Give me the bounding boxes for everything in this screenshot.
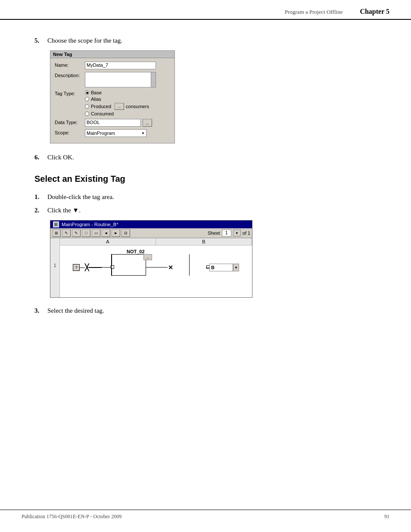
dialog-body: Name: MyData_7 Description: Tag Type: Ba… — [50, 58, 174, 143]
fbd-xio-symbol: ╳ — [85, 264, 89, 271]
dialog-data-type-btn[interactable]: ... — [143, 119, 152, 127]
radio-alias-label: Alias — [91, 96, 101, 102]
toolbar-btn-7[interactable]: ► — [112, 229, 120, 237]
toolbar-btn-4[interactable]: □ — [82, 229, 90, 237]
dialog-tag-type-label: Tag Type: — [55, 90, 85, 96]
sheet-input[interactable]: 1 — [222, 230, 231, 236]
fbd-x-mark: ✕ — [168, 264, 173, 271]
scope-dropdown-arrow[interactable]: ▼ — [141, 131, 145, 135]
radio-alias-row[interactable]: Alias — [85, 96, 149, 102]
step-1-text: Double-click the tag area. — [47, 193, 114, 201]
dialog-desc-label: Description: — [55, 72, 85, 78]
dialog-name-label: Name: — [55, 62, 85, 68]
header-program-title: Program a Project Offline — [285, 9, 342, 16]
dialog-scope-label: Scope: — [55, 129, 85, 135]
fbd-xio-group: ? ╳ — [73, 264, 102, 271]
new-tag-dialog: New Tag Name: MyData_7 Description: Tag … — [50, 50, 175, 143]
consumers-label: consumers — [126, 104, 149, 109]
out-line — [206, 268, 209, 268]
step-3-num: 3. — [34, 307, 44, 314]
toolbar-btn-8[interactable]: ⊟ — [121, 229, 130, 237]
fbd-toolbar: ⊞ ✎ ✎ □ ▭ ◄ ► ⊟ Sheet 1 ▼ of 1 — [50, 228, 252, 238]
fbd-not-label: NOT_02 — [127, 249, 145, 254]
sheet-label: Sheet — [208, 230, 220, 236]
of-label: of 1 — [243, 230, 250, 236]
step-2: 2. Click the ▼. — [34, 207, 377, 214]
step-6-text: Click OK. — [47, 154, 74, 161]
dialog-desc-scrollbar[interactable] — [151, 72, 156, 87]
toolbar-btn-6[interactable]: ◄ — [102, 229, 110, 237]
step-3-text: Select the desired tag. — [47, 307, 104, 314]
radio-consumed-circle[interactable] — [85, 112, 89, 116]
fbd-out-dropdown[interactable]: ▼ — [233, 264, 239, 271]
fbd-window-icon: ⊞ — [53, 221, 59, 227]
dialog-scope-select[interactable]: MainProgram ▼ — [85, 129, 146, 137]
dialog-data-type-label: Data Type: — [55, 119, 85, 125]
radio-alias-circle[interactable] — [85, 97, 89, 101]
step-6: 6. Click OK. — [34, 154, 377, 161]
dialog-desc-wrap — [85, 72, 156, 87]
step-5-text: Choose the scope for the tag. — [47, 37, 122, 44]
footer-page-num: 91 — [384, 513, 389, 520]
toolbar-sheet: Sheet 1 ▼ of 1 — [208, 230, 250, 236]
fbd-canvas: A B NOT_02 ✕ ... ? — [60, 238, 252, 297]
page-header: Program a Project Offline Chapter 5 — [0, 0, 411, 20]
toolbar-btn-3[interactable]: ✎ — [72, 229, 81, 237]
radio-produced-label: Produced — [91, 104, 111, 109]
fbd-vert-line-left — [111, 254, 112, 276]
fbd-col-b: B — [156, 238, 252, 245]
dialog-scope-row: Scope: MainProgram ▼ — [55, 129, 170, 137]
fbd-row-num-1: 1 — [50, 238, 59, 297]
produced-btn[interactable]: ... — [115, 103, 124, 110]
fbd-horiz-line-out — [146, 267, 167, 268]
dialog-radio-group: Base Alias Produced ... consumers C — [85, 90, 149, 116]
dialog-data-type-inputs: BOOL ... — [85, 119, 152, 127]
toolbar-btn-2[interactable]: ✎ — [62, 229, 71, 237]
dialog-scope-value: MainProgram — [87, 131, 115, 136]
fbd-out-input[interactable]: B — [209, 264, 233, 271]
dialog-data-type-input[interactable]: BOOL — [85, 119, 141, 127]
dialog-name-row: Name: MyData_7 — [55, 62, 170, 69]
fbd-col-headers: A B — [60, 238, 252, 246]
fbd-out-group: B ▼ — [206, 264, 239, 271]
fbd-title: MainProgram - Routine_B* — [62, 222, 118, 227]
fbd-titlebar: ⊞ MainProgram - Routine_B* — [50, 221, 252, 228]
header-chapter: Chapter 5 — [360, 8, 389, 16]
radio-produced-circle[interactable] — [85, 104, 89, 109]
fbd-col-a: A — [60, 238, 156, 245]
step-2-text: Click the ▼. — [47, 207, 81, 214]
fbd-line-h1 — [80, 268, 85, 268]
footer-publication: Publication 1756-QS001E-EN-P - October 2… — [22, 513, 121, 520]
fbd-dots-btn[interactable]: ... — [143, 254, 152, 260]
step-5: 5. Choose the scope for the tag. — [34, 37, 377, 44]
step-2-before: Click the — [47, 207, 71, 214]
step-6-num: 6. — [34, 154, 44, 161]
fbd-window: ⊞ MainProgram - Routine_B* ⊞ ✎ ✎ □ ▭ ◄ ►… — [50, 220, 252, 298]
step-1-num: 1. — [34, 193, 44, 201]
fbd-vert-line-right — [189, 254, 190, 276]
dialog-title-bar: New Tag — [50, 51, 174, 58]
fbd-grid: 1 A B NOT_02 ✕ — [50, 238, 252, 297]
radio-base-row[interactable]: Base — [85, 90, 149, 95]
step-2-arrow: ▼ — [72, 207, 79, 214]
step-5-num: 5. — [34, 37, 44, 44]
radio-produced-row[interactable]: Produced ... consumers — [85, 103, 149, 110]
fbd-canvas-body: NOT_02 ✕ ... ? ╳ — [60, 246, 252, 297]
step-3: 3. Select the desired tag. — [34, 307, 377, 314]
dialog-data-type-row: Data Type: BOOL ... — [55, 119, 170, 127]
radio-base-label: Base — [91, 90, 102, 95]
radio-consumed-row[interactable]: Consumed — [85, 111, 149, 116]
radio-base-circle[interactable] — [85, 90, 89, 95]
page-footer: Publication 1756-QS001E-EN-P - October 2… — [0, 510, 411, 520]
sheet-dropdown-arrow[interactable]: ▼ — [233, 230, 241, 236]
dialog-name-input[interactable]: MyData_7 — [85, 62, 156, 69]
dialog-desc-row: Description: — [55, 72, 170, 87]
fbd-row-nums: 1 — [50, 238, 60, 297]
toolbar-btn-1[interactable]: ⊞ — [52, 229, 61, 237]
fbd-xio-label: ? — [73, 264, 80, 271]
toolbar-btn-5[interactable]: ▭ — [92, 229, 100, 237]
dialog-desc-textarea[interactable] — [85, 72, 156, 87]
dialog-tag-type-row: Tag Type: Base Alias Produced ... con — [55, 90, 170, 116]
section-heading: Select an Existing Tag — [34, 174, 377, 184]
fbd-horiz-line-in — [87, 267, 111, 268]
